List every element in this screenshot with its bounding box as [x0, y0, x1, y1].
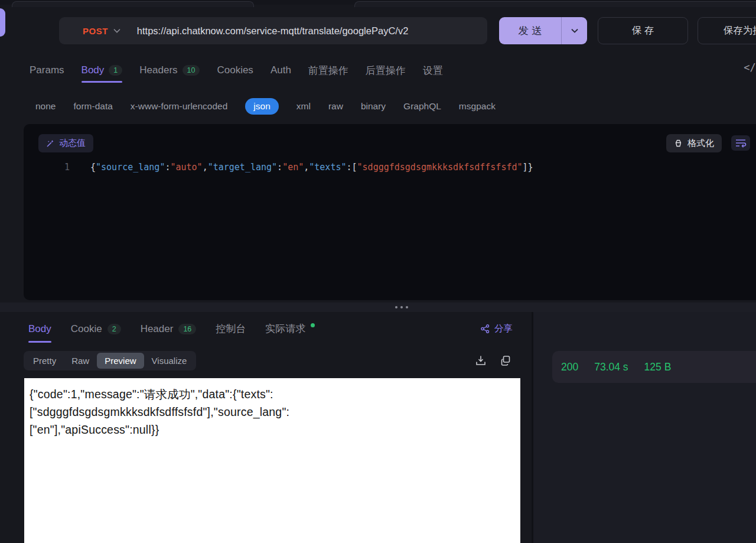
- body-type-form-data[interactable]: form-data: [73, 98, 112, 115]
- code-token: {: [90, 162, 96, 173]
- body-type-graphql[interactable]: GraphQL: [403, 98, 441, 115]
- request-body-editor[interactable]: 动态值 格式化 1 {"source_lang":"auto","target_…: [24, 124, 756, 300]
- code-token: "texts": [309, 162, 346, 173]
- tab-cookies[interactable]: Cookies: [217, 58, 253, 83]
- send-options-dropdown[interactable]: [561, 17, 587, 44]
- share-button[interactable]: 分享: [481, 323, 513, 335]
- response-panel: BodyCookie2Header16控制台实际请求 分享 PrettyRawP…: [0, 312, 532, 543]
- tab-label: Params: [30, 64, 64, 76]
- tab-label: Body: [28, 323, 51, 335]
- tab-label: 设置: [423, 64, 443, 77]
- view-tab-visualize[interactable]: Visualize: [144, 353, 195, 369]
- json-body-code[interactable]: {"source_lang":"auto","target_lang":"en"…: [90, 161, 533, 174]
- share-icon: [481, 324, 490, 333]
- dynamic-value-button[interactable]: 动态值: [38, 134, 93, 152]
- body-type-x-www-form-urlencoded[interactable]: x-www-form-urlencoded: [131, 98, 228, 115]
- tab-label: 控制台: [216, 322, 246, 336]
- chevron-down-icon: [113, 28, 120, 33]
- url-input[interactable]: https://api.chatknow.com/service-mqtt/tr…: [137, 25, 408, 37]
- top-tab-strip: [0, 0, 756, 5]
- tab-body[interactable]: Body1: [82, 58, 123, 83]
- tab-params[interactable]: Params: [30, 58, 64, 83]
- code-token: ,: [304, 162, 309, 173]
- tab-count-badge: 1: [109, 65, 122, 76]
- body-type-selector: noneform-datax-www-form-urlencodedjsonxm…: [35, 96, 496, 116]
- api-client-window: { "colors": { "accent": "#8576e8", "meth…: [0, 0, 756, 543]
- response-meta-panel: 200 73.04 s 125 B: [533, 312, 756, 543]
- response-actions: [475, 355, 511, 366]
- preview-line: {"code":1,"message":"请求成功","data":{"text…: [30, 385, 515, 403]
- body-type-json[interactable]: json: [245, 98, 278, 115]
- method-label: POST: [83, 26, 108, 36]
- body-type-xml[interactable]: xml: [296, 98, 311, 115]
- body-type-msgpack[interactable]: msgpack: [459, 98, 496, 115]
- generate-code-icon[interactable]: </>: [744, 61, 756, 73]
- preview-line: ["en"],"apiSuccess":null}}: [30, 421, 515, 438]
- view-tab-pretty[interactable]: Pretty: [25, 353, 64, 369]
- format-label: 格式化: [687, 138, 714, 149]
- save-button[interactable]: 保 存: [598, 17, 688, 44]
- tab-auth[interactable]: Auth: [271, 58, 291, 83]
- response-preview[interactable]: {"code":1,"message":"请求成功","data":{"text…: [24, 378, 520, 543]
- send-button[interactable]: 发 送: [499, 17, 587, 44]
- tab-count-badge: 10: [183, 65, 200, 76]
- share-label: 分享: [494, 323, 513, 335]
- response-tab-cookie[interactable]: Cookie2: [71, 315, 121, 343]
- editor-line-1[interactable]: 1 {"source_lang":"auto","target_lang":"e…: [24, 161, 756, 174]
- format-button[interactable]: 格式化: [666, 134, 722, 152]
- code-token: :[: [347, 162, 357, 173]
- copy-icon[interactable]: [500, 355, 511, 366]
- tab-headers[interactable]: Headers10: [139, 58, 200, 83]
- body-type-none[interactable]: none: [35, 98, 56, 115]
- tab-label: Body: [82, 64, 105, 76]
- code-token: :: [277, 162, 282, 173]
- tab-count-badge: 16: [178, 324, 196, 334]
- response-time: 73.04 s: [594, 361, 628, 373]
- unread-dot: [311, 323, 315, 327]
- url-bar: POST https://api.chatknow.com/service-mq…: [59, 17, 487, 44]
- tab-post-ops[interactable]: 后置操作: [366, 58, 406, 83]
- response-tabs: BodyCookie2Header16控制台实际请求: [28, 315, 315, 343]
- word-wrap-icon[interactable]: [731, 135, 750, 151]
- tab-label: Header: [141, 323, 174, 335]
- view-tab-raw[interactable]: Raw: [64, 353, 97, 369]
- save-as-api-button[interactable]: 保存为接口: [698, 17, 756, 44]
- request-tabs: ParamsBody1Headers10CookiesAuth前置操作后置操作设…: [30, 58, 443, 83]
- code-token: "sdgggfdsgdsgmkkksdkfsdffsfsfd": [357, 162, 523, 173]
- view-tab-preview[interactable]: Preview: [97, 353, 144, 369]
- tab-count-badge: 2: [107, 324, 121, 334]
- send-button-label[interactable]: 发 送: [499, 17, 561, 44]
- view-tabs-segment: PrettyRawPreviewVisualize: [24, 351, 196, 370]
- tab-label: 前置操作: [308, 64, 348, 77]
- panel-resize-handle[interactable]: [0, 303, 756, 312]
- tab-label: Cookie: [71, 323, 102, 335]
- body-type-binary[interactable]: binary: [361, 98, 386, 115]
- response-tab-console[interactable]: 控制台: [216, 315, 246, 343]
- response-status-bar: 200 73.04 s 125 B: [552, 351, 756, 383]
- body-type-raw[interactable]: raw: [328, 98, 343, 115]
- tab-label: 实际请求: [265, 322, 305, 336]
- code-token: "target_lang": [208, 162, 277, 173]
- magic-wand-icon: [46, 139, 54, 148]
- eraser-icon: [674, 139, 683, 148]
- sidebar-drawer-handle[interactable]: [0, 8, 5, 37]
- code-token: "auto": [170, 162, 202, 173]
- download-icon[interactable]: [475, 355, 487, 366]
- tab-pre-ops[interactable]: 前置操作: [308, 58, 348, 83]
- chevron-down-icon: [571, 28, 578, 33]
- tab-label: 后置操作: [366, 64, 406, 77]
- tab-settings[interactable]: 设置: [423, 58, 443, 83]
- open-request-tab[interactable]: [354, 1, 756, 7]
- drag-dots-icon: [395, 306, 408, 308]
- response-tab-actual-request[interactable]: 实际请求: [265, 315, 315, 343]
- method-dropdown[interactable]: POST: [83, 26, 120, 36]
- tab-label: Auth: [271, 64, 291, 76]
- status-code: 200: [561, 361, 578, 373]
- response-size: 125 B: [644, 361, 672, 373]
- response-tab-header[interactable]: Header16: [141, 315, 197, 343]
- response-tab-body[interactable]: Body: [28, 315, 51, 343]
- response-view-switcher: PrettyRawPreviewVisualize: [24, 351, 196, 370]
- code-token: "source_lang": [96, 162, 165, 173]
- open-request-tab[interactable]: [12, 1, 254, 7]
- dynamic-value-label: 动态值: [59, 138, 86, 149]
